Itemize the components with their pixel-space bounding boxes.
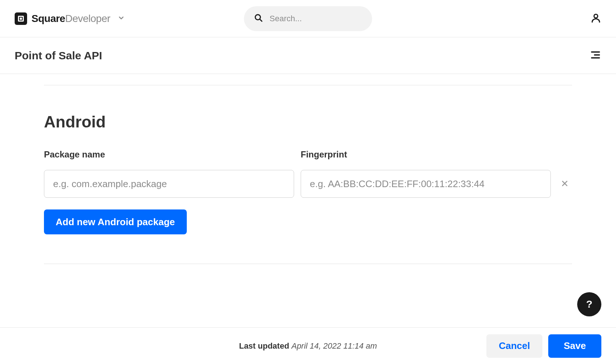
fingerprint-input[interactable] [301,170,551,198]
page-title: Point of Sale API [15,49,102,62]
square-logo-icon [15,12,27,25]
close-icon [561,179,568,189]
logo-text: SquareDeveloper [31,13,110,25]
last-updated-date: April 14, 2022 11:14 am [292,341,377,350]
footer-bar: Last updated April 14, 2022 11:14 am Can… [0,327,616,364]
cancel-button[interactable]: Cancel [486,334,542,358]
search-container [244,6,372,31]
help-button[interactable]: ? [577,292,601,316]
add-android-package-button[interactable]: Add new Android package [44,209,187,234]
last-updated-label: Last updated [239,341,292,350]
android-package-row: Package name Fingerprint [44,149,572,198]
footer-actions: Cancel Save [486,334,601,358]
menu-toggle-icon[interactable] [590,49,601,62]
logo-text-secondary: Developer [65,13,110,24]
fingerprint-group: Fingerprint [301,149,551,198]
remove-row-button[interactable] [557,170,572,198]
fingerprint-label: Fingerprint [301,149,551,160]
package-name-group: Package name [44,149,294,198]
secondary-header: Point of Sale API [0,37,616,74]
svg-point-2 [594,14,598,18]
chevron-down-icon [118,14,125,23]
divider [44,85,572,85]
user-profile-icon[interactable] [590,12,601,25]
save-button[interactable]: Save [548,334,601,358]
main-content: Android Package name Fingerprint Add new… [0,74,616,327]
search-input[interactable] [244,6,372,31]
package-name-label: Package name [44,149,294,160]
logo-text-primary: Square [31,13,65,24]
android-section-title: Android [44,113,572,131]
divider [44,264,572,264]
last-updated-text: Last updated April 14, 2022 11:14 am [239,341,377,351]
logo-dropdown[interactable]: SquareDeveloper [15,12,125,25]
top-header: SquareDeveloper [0,0,616,37]
package-name-input[interactable] [44,170,294,198]
